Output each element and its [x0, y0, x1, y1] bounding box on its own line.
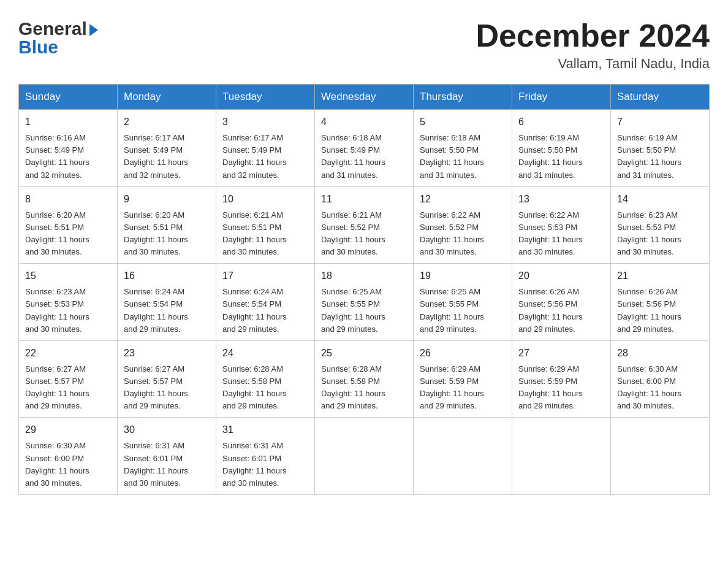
day-info: Sunrise: 6:27 AMSunset: 5:57 PMDaylight:… [25, 363, 111, 413]
day-info: Sunrise: 6:17 AMSunset: 5:49 PMDaylight:… [222, 132, 308, 182]
day-number: 17 [222, 269, 308, 283]
header-monday: Monday [118, 85, 216, 110]
calendar-cell: 18Sunrise: 6:25 AMSunset: 5:55 PMDayligh… [315, 264, 414, 341]
calendar-cell: 2Sunrise: 6:17 AMSunset: 5:49 PMDaylight… [118, 110, 216, 187]
header-thursday: Thursday [414, 85, 512, 110]
day-number: 7 [617, 115, 703, 129]
day-number: 23 [124, 346, 210, 361]
day-info: Sunrise: 6:25 AMSunset: 5:55 PMDaylight:… [321, 286, 407, 335]
calendar-body: 1Sunrise: 6:16 AMSunset: 5:49 PMDaylight… [19, 110, 710, 495]
calendar-week-row: 15Sunrise: 6:23 AMSunset: 5:53 PMDayligh… [19, 264, 710, 341]
header-sunday: Sunday [19, 85, 118, 110]
day-number: 11 [321, 192, 407, 207]
calendar-cell: 20Sunrise: 6:26 AMSunset: 5:56 PMDayligh… [512, 264, 611, 341]
calendar-cell: 28Sunrise: 6:30 AMSunset: 6:00 PMDayligh… [611, 340, 710, 418]
day-info: Sunrise: 6:30 AMSunset: 6:00 PMDaylight:… [25, 440, 111, 489]
calendar-cell: 26Sunrise: 6:29 AMSunset: 5:59 PMDayligh… [414, 340, 512, 418]
calendar-cell: 7Sunrise: 6:19 AMSunset: 5:50 PMDaylight… [611, 110, 710, 187]
logo: General Blue [18, 18, 98, 58]
day-info: Sunrise: 6:21 AMSunset: 5:51 PMDaylight:… [222, 209, 308, 259]
calendar-cell: 31Sunrise: 6:31 AMSunset: 6:01 PMDayligh… [216, 418, 315, 495]
day-number: 24 [222, 346, 308, 361]
calendar-cell [512, 418, 611, 495]
day-number: 29 [25, 423, 111, 437]
header-wednesday: Wednesday [315, 85, 414, 110]
calendar-cell: 29Sunrise: 6:30 AMSunset: 6:00 PMDayligh… [19, 418, 118, 495]
day-number: 8 [25, 192, 111, 207]
day-info: Sunrise: 6:29 AMSunset: 5:59 PMDaylight:… [518, 363, 604, 413]
day-info: Sunrise: 6:16 AMSunset: 5:49 PMDaylight:… [25, 132, 111, 182]
calendar-cell: 15Sunrise: 6:23 AMSunset: 5:53 PMDayligh… [19, 264, 118, 341]
calendar-cell [611, 418, 710, 495]
day-number: 1 [25, 115, 111, 129]
day-info: Sunrise: 6:26 AMSunset: 5:56 PMDaylight:… [617, 286, 703, 335]
day-number: 2 [124, 115, 210, 129]
calendar-cell: 8Sunrise: 6:20 AMSunset: 5:51 PMDaylight… [19, 186, 118, 264]
logo-general-text: General [18, 18, 87, 39]
calendar-week-row: 1Sunrise: 6:16 AMSunset: 5:49 PMDaylight… [19, 110, 710, 187]
day-number: 21 [617, 269, 703, 283]
day-number: 30 [124, 423, 210, 437]
calendar-week-row: 22Sunrise: 6:27 AMSunset: 5:57 PMDayligh… [19, 340, 710, 418]
calendar-cell: 22Sunrise: 6:27 AMSunset: 5:57 PMDayligh… [19, 340, 118, 418]
calendar-cell: 6Sunrise: 6:19 AMSunset: 5:50 PMDaylight… [512, 110, 611, 187]
calendar-cell: 10Sunrise: 6:21 AMSunset: 5:51 PMDayligh… [216, 186, 315, 264]
day-info: Sunrise: 6:31 AMSunset: 6:01 PMDaylight:… [222, 440, 308, 489]
day-info: Sunrise: 6:22 AMSunset: 5:52 PMDaylight:… [420, 209, 506, 259]
day-number: 15 [25, 269, 111, 283]
logo-arrow-icon [89, 24, 98, 36]
day-info: Sunrise: 6:30 AMSunset: 6:00 PMDaylight:… [617, 363, 703, 413]
day-number: 14 [617, 192, 703, 207]
calendar-cell: 19Sunrise: 6:25 AMSunset: 5:55 PMDayligh… [414, 264, 512, 341]
day-info: Sunrise: 6:26 AMSunset: 5:56 PMDaylight:… [518, 286, 604, 335]
calendar-week-row: 29Sunrise: 6:30 AMSunset: 6:00 PMDayligh… [19, 418, 710, 495]
day-number: 22 [25, 346, 111, 361]
calendar-cell: 13Sunrise: 6:22 AMSunset: 5:53 PMDayligh… [512, 186, 611, 264]
calendar-cell: 21Sunrise: 6:26 AMSunset: 5:56 PMDayligh… [611, 264, 710, 341]
header-friday: Friday [512, 85, 611, 110]
day-number: 3 [222, 115, 308, 129]
page-header: General Blue December 2024 Vallam, Tamil… [18, 18, 710, 72]
day-number: 20 [518, 269, 604, 283]
calendar-cell: 27Sunrise: 6:29 AMSunset: 5:59 PMDayligh… [512, 340, 611, 418]
calendar-header: Sunday Monday Tuesday Wednesday Thursday… [19, 85, 710, 110]
day-number: 6 [518, 115, 604, 129]
calendar-cell: 25Sunrise: 6:28 AMSunset: 5:58 PMDayligh… [315, 340, 414, 418]
header-saturday: Saturday [611, 85, 710, 110]
day-info: Sunrise: 6:18 AMSunset: 5:49 PMDaylight:… [321, 132, 407, 182]
day-info: Sunrise: 6:23 AMSunset: 5:53 PMDaylight:… [25, 286, 111, 335]
calendar-cell: 11Sunrise: 6:21 AMSunset: 5:52 PMDayligh… [315, 186, 414, 264]
day-number: 16 [124, 269, 210, 283]
calendar-cell: 17Sunrise: 6:24 AMSunset: 5:54 PMDayligh… [216, 264, 315, 341]
calendar-cell: 9Sunrise: 6:20 AMSunset: 5:51 PMDaylight… [118, 186, 216, 264]
header-tuesday: Tuesday [216, 85, 315, 110]
calendar-table: Sunday Monday Tuesday Wednesday Thursday… [18, 84, 710, 495]
calendar-cell: 14Sunrise: 6:23 AMSunset: 5:53 PMDayligh… [611, 186, 710, 264]
calendar-cell: 5Sunrise: 6:18 AMSunset: 5:50 PMDaylight… [414, 110, 512, 187]
day-info: Sunrise: 6:17 AMSunset: 5:49 PMDaylight:… [124, 132, 210, 182]
day-info: Sunrise: 6:18 AMSunset: 5:50 PMDaylight:… [420, 132, 506, 182]
day-info: Sunrise: 6:19 AMSunset: 5:50 PMDaylight:… [518, 132, 604, 182]
calendar-cell: 4Sunrise: 6:18 AMSunset: 5:49 PMDaylight… [315, 110, 414, 187]
calendar-cell: 23Sunrise: 6:27 AMSunset: 5:57 PMDayligh… [118, 340, 216, 418]
day-info: Sunrise: 6:29 AMSunset: 5:59 PMDaylight:… [420, 363, 506, 413]
day-info: Sunrise: 6:22 AMSunset: 5:53 PMDaylight:… [518, 209, 604, 259]
day-number: 28 [617, 346, 703, 361]
day-number: 31 [222, 423, 308, 437]
day-number: 5 [420, 115, 506, 129]
calendar-cell: 16Sunrise: 6:24 AMSunset: 5:54 PMDayligh… [118, 264, 216, 341]
title-section: December 2024 Vallam, Tamil Nadu, India [476, 18, 710, 72]
day-number: 25 [321, 346, 407, 361]
calendar-cell: 30Sunrise: 6:31 AMSunset: 6:01 PMDayligh… [118, 418, 216, 495]
day-info: Sunrise: 6:23 AMSunset: 5:53 PMDaylight:… [617, 209, 703, 259]
day-number: 26 [420, 346, 506, 361]
day-info: Sunrise: 6:19 AMSunset: 5:50 PMDaylight:… [617, 132, 703, 182]
day-info: Sunrise: 6:21 AMSunset: 5:52 PMDaylight:… [321, 209, 407, 259]
day-info: Sunrise: 6:28 AMSunset: 5:58 PMDaylight:… [222, 363, 308, 413]
calendar-cell: 24Sunrise: 6:28 AMSunset: 5:58 PMDayligh… [216, 340, 315, 418]
calendar-cell: 12Sunrise: 6:22 AMSunset: 5:52 PMDayligh… [414, 186, 512, 264]
day-info: Sunrise: 6:20 AMSunset: 5:51 PMDaylight:… [25, 209, 111, 259]
day-number: 10 [222, 192, 308, 207]
day-number: 12 [420, 192, 506, 207]
day-number: 18 [321, 269, 407, 283]
